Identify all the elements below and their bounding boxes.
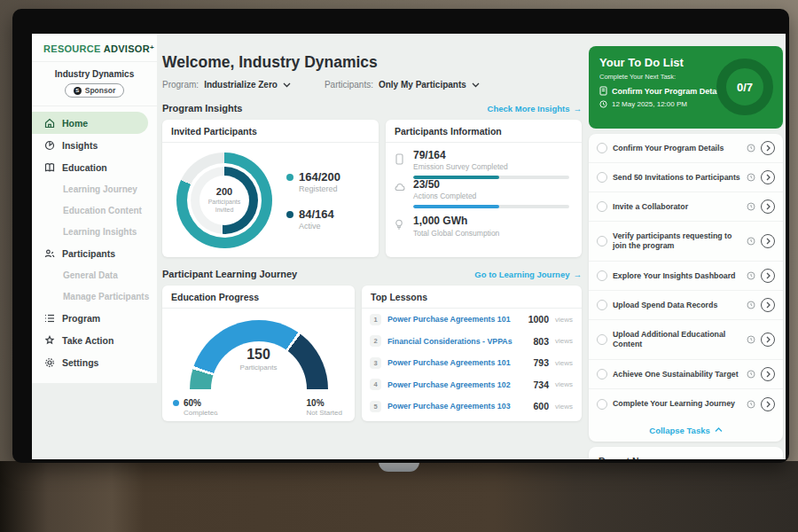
task-open-button[interactable] [761, 170, 775, 184]
lesson-link[interactable]: Power Purchase Agreements 102 [387, 380, 527, 389]
sidebar-item-label: Settings [62, 357, 98, 368]
task-open-button[interactable] [761, 141, 775, 155]
invited-participants-card: Invited Participants 200 Participants In… [162, 120, 379, 257]
task-clock-icon [747, 237, 755, 246]
active-value: 84/164 [299, 207, 334, 221]
sidebar-item-education-content[interactable]: Education Content [32, 200, 157, 221]
legend-registered: 164/200 Registered [286, 170, 340, 193]
task-label: Explore Your Insights Dashboard [613, 271, 741, 281]
metric-value: 79/164 [413, 150, 508, 161]
task-open-button[interactable] [761, 269, 775, 283]
lesson-rank: 4 [370, 379, 381, 390]
sidebar-item-learning-insights[interactable]: Learning Insights [32, 221, 157, 242]
participants-dropdown[interactable]: Participants: Only My Participants [325, 80, 480, 90]
task-checkbox[interactable] [597, 143, 607, 153]
todo-progress-value: 0/7 [737, 81, 753, 94]
task-row[interactable]: Invite a Collaborator [589, 192, 783, 222]
task-row[interactable]: Verify participants requesting to join t… [589, 222, 783, 262]
task-row[interactable]: Explore Your Insights Dashboard [589, 262, 783, 291]
task-checkbox[interactable] [597, 334, 607, 345]
task-clock-icon [747, 301, 755, 309]
lesson-row[interactable]: 2 Financial Considerations - VPPAs 803 v… [362, 331, 582, 353]
recent-news-title: Recent News [598, 456, 773, 459]
sidebar-item-insights[interactable]: Insights [32, 134, 148, 156]
metric-label: Actions Completed [413, 192, 476, 200]
sidebar-item-label: Education [62, 162, 107, 173]
lesson-link[interactable]: Power Purchase Agreements 101 [387, 315, 522, 324]
task-open-button[interactable] [761, 298, 775, 312]
task-open-button[interactable] [761, 367, 775, 381]
lesson-views-suffix: views [555, 403, 573, 411]
task-clock-icon [747, 271, 755, 280]
task-clock-icon [747, 202, 755, 211]
metric-label: Total Global Consumption [413, 229, 499, 238]
insights-icon [44, 140, 55, 151]
sidebar-item-learning-journey[interactable]: Learning Journey [32, 178, 157, 200]
check-more-insights-link[interactable]: Check More Insights → [488, 104, 582, 113]
task-checkbox[interactable] [597, 201, 607, 212]
sidebar: RESOURCE ADVISOR+ Industry Dynamics S Sp… [32, 34, 157, 383]
task-checkbox[interactable] [597, 270, 607, 281]
sidebar-nav: Home Insights Education Learning Journey… [32, 106, 157, 373]
sidebar-item-education[interactable]: Education [32, 156, 148, 178]
task-row[interactable]: Confirm Your Program Details [589, 134, 783, 163]
lesson-row[interactable]: 3 Power Purchase Agreements 101 793 view… [362, 352, 582, 374]
lesson-views-suffix: views [555, 337, 573, 345]
chevron-right-icon [766, 301, 771, 309]
task-checkbox[interactable] [597, 369, 607, 379]
task-row[interactable]: Achieve One Sustainability Target [589, 360, 783, 389]
metric-emission-survey: 79/164 Emission Survey Completed [395, 150, 571, 171]
task-label: Achieve One Sustainability Target [613, 370, 741, 379]
sidebar-item-take-action[interactable]: Take Action [32, 329, 148, 351]
go-to-learning-journey-link[interactable]: Go to Learning Journey → [474, 270, 582, 279]
lesson-link[interactable]: Financial Considerations - VPPAs [387, 337, 527, 346]
document-icon [599, 86, 607, 96]
sidebar-item-label: Home [62, 118, 88, 129]
program-icon [44, 313, 55, 324]
lesson-views-suffix: views [555, 359, 573, 367]
task-open-button[interactable] [761, 332, 775, 347]
donut-legend: 164/200 Registered 84/164 Active [286, 170, 340, 231]
sidebar-item-manage-participants[interactable]: Manage Participants [32, 286, 157, 307]
task-clock-icon [747, 400, 755, 409]
bulb-icon [395, 219, 406, 231]
program-dropdown[interactable]: Program: Industrialize Zero [162, 80, 291, 90]
logo-plus: + [150, 43, 154, 51]
card-title: Invited Participants [162, 120, 379, 143]
task-row[interactable]: Send 50 Invitations to Participants [589, 163, 783, 192]
sponsor-icon: S [74, 87, 82, 95]
task-checkbox[interactable] [597, 172, 607, 183]
sidebar-item-label: Manage Participants [63, 292, 149, 301]
lesson-link[interactable]: Power Purchase Agreements 101 [387, 358, 527, 367]
task-open-button[interactable] [761, 397, 775, 411]
lesson-link[interactable]: Power Purchase Agreements 103 [387, 402, 527, 411]
task-checkbox[interactable] [597, 300, 607, 310]
actions-progressbar [413, 205, 569, 208]
task-clock-icon [747, 144, 755, 153]
metric-actions: 23/50 Actions Completed [395, 179, 571, 200]
sidebar-item-general-data[interactable]: General Data [32, 264, 157, 286]
lesson-row[interactable]: 4 Power Purchase Agreements 102 734 view… [362, 374, 582, 396]
task-open-button[interactable] [761, 234, 775, 248]
todo-task-list: Confirm Your Program Details Send 50 Inv… [589, 134, 783, 442]
sidebar-item-program[interactable]: Program [32, 307, 148, 329]
collapse-tasks-link[interactable]: Collapse Tasks [589, 419, 783, 442]
chevron-right-icon [766, 401, 771, 408]
sidebar-item-settings[interactable]: Settings [32, 351, 148, 373]
sidebar-item-participants[interactable]: Participants [32, 242, 148, 264]
filter-bar: Program: Industrialize Zero Participants… [162, 80, 582, 90]
sponsor-badge[interactable]: S Sponsor [65, 83, 124, 98]
lesson-views-suffix: views [555, 316, 573, 324]
sidebar-item-home[interactable]: Home [32, 112, 148, 134]
task-open-button[interactable] [761, 200, 775, 214]
lesson-row[interactable]: 5 Power Purchase Agreements 103 600 view… [362, 395, 582, 418]
task-checkbox[interactable] [597, 399, 607, 410]
chevron-right-icon [766, 145, 771, 152]
task-row[interactable]: Upload Spend Data Records [589, 291, 783, 320]
participants-icon [44, 248, 55, 259]
task-checkbox[interactable] [597, 236, 607, 246]
task-row[interactable]: Upload Additional Educational Content [589, 320, 783, 360]
chevron-right-icon [766, 238, 771, 245]
task-row[interactable]: Complete Your Learning Journey [589, 389, 783, 419]
lesson-row[interactable]: 1 Power Purchase Agreements 101 1000 vie… [362, 309, 582, 331]
